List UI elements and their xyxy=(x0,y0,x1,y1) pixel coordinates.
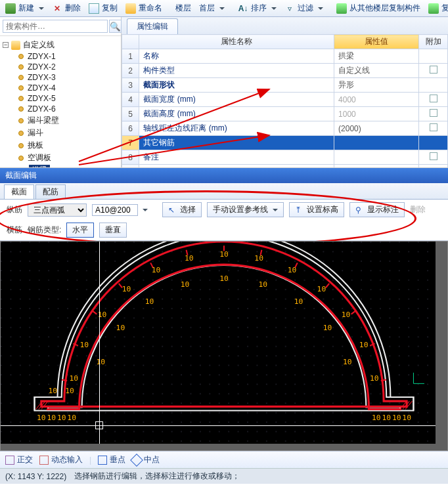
svg-text:10: 10 xyxy=(254,253,263,263)
property-grid[interactable]: 属性名称 属性值 附加 1名称拱梁2构件类型自定义线3截面形状异形4截面宽度 (… xyxy=(122,34,448,167)
tree-item[interactable]: ZDYX-3 xyxy=(18,72,120,83)
snap-dyn[interactable]: 动态输入 xyxy=(39,454,83,465)
rename-icon xyxy=(125,3,136,14)
bullet-icon xyxy=(18,64,24,70)
tree-item[interactable]: ZDYX-1 xyxy=(18,51,120,62)
property-row[interactable]: 9+其它属性 xyxy=(122,165,448,168)
svg-text:10: 10 xyxy=(47,413,56,422)
property-row[interactable]: 8备注 xyxy=(122,150,448,165)
ref-line-button[interactable]: 手动设置参考线 xyxy=(207,202,284,217)
filter-button[interactable]: ▿过滤 xyxy=(282,1,326,15)
delete-button[interactable]: ✕删除 xyxy=(49,1,83,15)
property-row[interactable]: 6轴线距左边线距离 (mm)(2000) xyxy=(122,121,448,136)
property-row[interactable]: 3截面形状异形 xyxy=(122,78,448,93)
ortho-icon xyxy=(5,456,14,465)
tree-item[interactable]: ZDYX-6 xyxy=(18,104,120,114)
tree-item-label: 拱梁 xyxy=(29,165,50,167)
tree-item[interactable]: 挑板 xyxy=(18,139,120,152)
tree-item[interactable]: ZDYX-4 xyxy=(18,83,120,93)
tree-item-label: ZDYX-2 xyxy=(28,62,56,72)
property-row[interactable]: 7其它钢筋 xyxy=(122,136,448,150)
rebar-code-input[interactable] xyxy=(92,204,138,216)
tree-panel: 🔍 − 自定义线 ZDYX-1ZDYX-2ZDYX-3ZDYX-4ZDYX-5Z… xyxy=(0,17,122,167)
coord-readout: (X: 1143 Y: 1222) xyxy=(5,472,66,481)
property-row[interactable]: 5截面高度 (mm)1000 xyxy=(122,107,448,121)
svg-text:10: 10 xyxy=(342,310,351,319)
checkbox[interactable] xyxy=(430,152,437,160)
main-toolbar: 新建 ✕删除 复制 重命名 楼层 首层 A↓排序 ▿过滤 从其他楼层复制构件 复… xyxy=(0,0,448,17)
tree-item[interactable]: ZDYX-5 xyxy=(18,93,120,104)
sort-button[interactable]: A↓排序 xyxy=(235,1,279,15)
tree-item-label: ZDYX-6 xyxy=(28,104,56,114)
svg-text:10: 10 xyxy=(145,297,154,306)
show-dim-button[interactable]: 显示标注 xyxy=(349,202,405,217)
svg-text:10: 10 xyxy=(317,284,326,293)
svg-text:10: 10 xyxy=(219,249,229,259)
tree-root-label: 自定义线 xyxy=(23,39,55,51)
new-icon xyxy=(5,3,16,14)
bullet-icon xyxy=(18,106,24,112)
checkbox[interactable] xyxy=(430,123,437,131)
elev-icon xyxy=(295,205,304,215)
svg-text:10: 10 xyxy=(116,323,125,332)
import-icon xyxy=(336,3,347,14)
svg-text:10: 10 xyxy=(65,386,74,395)
draw-mode-select[interactable]: 三点画弧 xyxy=(28,203,87,217)
svg-text:10: 10 xyxy=(288,265,297,274)
tree-item[interactable]: 拱梁 xyxy=(18,164,120,167)
property-row[interactable]: 1名称拱梁 xyxy=(122,49,448,64)
mid-icon xyxy=(130,454,143,467)
tree-item[interactable]: ZDYX-2 xyxy=(18,62,120,72)
collapse-icon[interactable]: − xyxy=(3,42,9,48)
set-elev-button[interactable]: 设置标高 xyxy=(289,202,344,217)
svg-text:10: 10 xyxy=(185,253,194,263)
tree-item-label: 漏斗 xyxy=(28,127,43,139)
tree-item-label: ZDYX-4 xyxy=(28,83,56,93)
component-tree[interactable]: − 自定义线 ZDYX-1ZDYX-2ZDYX-3ZDYX-4ZDYX-5ZDY… xyxy=(0,36,121,167)
bullet-icon xyxy=(18,131,24,136)
label-rebar-type: 钢筋类型: xyxy=(28,224,61,236)
tab-rebar[interactable]: 配筋 xyxy=(35,184,66,199)
floor-label: 楼层 xyxy=(173,1,194,15)
snap-ortho[interactable]: 正交 xyxy=(5,454,33,465)
copyto-button[interactable]: 复制构件到 xyxy=(426,1,448,15)
new-button[interactable]: 新建 xyxy=(3,1,47,15)
section-canvas[interactable]: 1010101010101010101010101010101010101010… xyxy=(0,241,448,451)
search-input[interactable] xyxy=(3,20,108,33)
tab-property-edit[interactable]: 属性编辑 xyxy=(127,18,178,34)
property-row[interactable]: 4截面宽度 (mm)4000 xyxy=(122,93,448,107)
import-button[interactable]: 从其他楼层复制构件 xyxy=(334,1,423,15)
floor-select[interactable]: 首层 xyxy=(196,1,227,15)
rename-button[interactable]: 重命名 xyxy=(123,1,165,15)
tree-root[interactable]: − 自定义线 xyxy=(1,39,120,51)
vert-button[interactable]: 垂直 xyxy=(99,223,127,238)
tree-item[interactable]: 漏斗梁壁 xyxy=(18,114,120,127)
scrollbar-h[interactable] xyxy=(1,444,447,450)
svg-text:10: 10 xyxy=(181,280,190,289)
snap-mid[interactable]: 中点 xyxy=(132,454,160,465)
bullet-icon xyxy=(18,75,24,80)
bullet-icon xyxy=(18,96,24,101)
search-button[interactable]: 🔍 xyxy=(109,20,122,33)
checkbox[interactable] xyxy=(430,66,437,74)
copy-button[interactable]: 复制 xyxy=(86,1,120,15)
drawing-svg: 1010101010101010101010101010101010101010… xyxy=(1,242,447,444)
tree-item[interactable]: 空调板 xyxy=(18,152,120,164)
bullet-icon xyxy=(18,156,24,161)
col-name: 属性名称 xyxy=(139,35,334,49)
svg-text:10: 10 xyxy=(370,374,379,383)
tree-item-label: 空调板 xyxy=(28,152,51,163)
select-button[interactable]: 选择 xyxy=(162,202,202,217)
label-transverse: 横筋 xyxy=(7,224,22,236)
horiz-button[interactable]: 水平 xyxy=(66,223,94,238)
property-row[interactable]: 2构件类型自定义线 xyxy=(122,64,448,78)
checkbox[interactable] xyxy=(430,109,437,117)
svg-text:10: 10 xyxy=(402,413,411,422)
tab-section[interactable]: 截面 xyxy=(4,184,34,199)
delete-rebar-button[interactable]: 删除 xyxy=(410,204,426,215)
checkbox[interactable] xyxy=(430,95,437,102)
svg-text:10: 10 xyxy=(294,297,303,306)
scrollbar-v[interactable] xyxy=(436,242,447,450)
snap-perp[interactable]: 垂点 xyxy=(98,454,125,465)
tree-item[interactable]: 漏斗 xyxy=(18,127,120,139)
